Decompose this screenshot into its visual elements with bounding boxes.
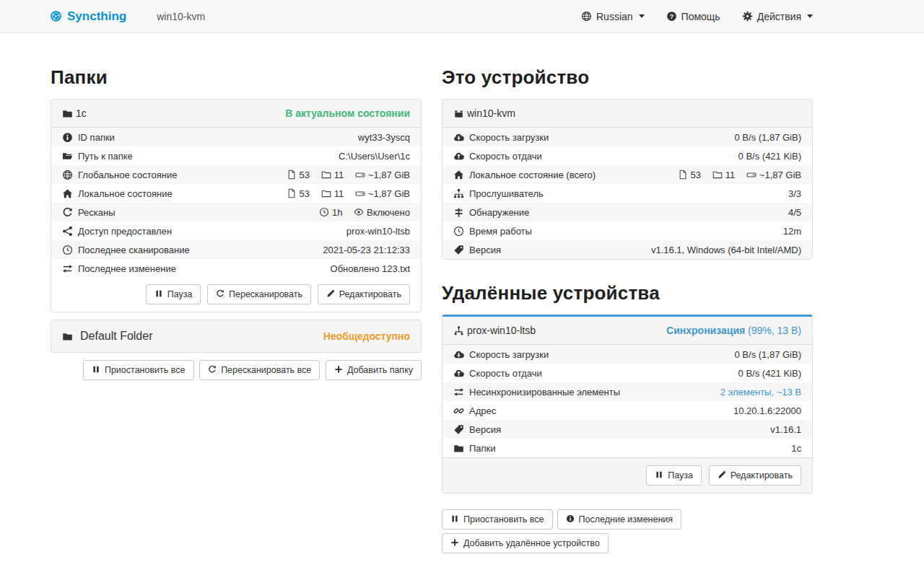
help-menu[interactable]: ? Помощь — [666, 11, 720, 22]
row-value: 53 11 ~1,87 GiB — [238, 184, 421, 203]
row-download-rate: Скорость загрузки 0 B/s (1,87 GiB) — [443, 345, 812, 364]
gear-icon — [742, 11, 753, 22]
folder-name: 1c — [76, 107, 87, 119]
row-value: v1.16.1 — [681, 420, 812, 439]
row-discovery: Обнаружение 4/5 — [443, 203, 812, 221]
row-value: prox-win10-ltsb — [238, 221, 421, 240]
row-label: Обнаружение — [469, 207, 529, 218]
hdd-icon — [746, 170, 757, 180]
row-label: Локальное состояние (всего) — [469, 170, 596, 180]
devices-footer-buttons: Приостановить все Последние изменения До… — [442, 509, 813, 553]
row-label: Скорость загрузки — [469, 132, 549, 143]
row-label: Глобальное состояние — [78, 170, 177, 180]
file-icon — [287, 188, 297, 198]
row-upload-rate: Скорость отдачи 0 B/s (421 KiB) — [443, 364, 812, 382]
row-label: ID папки — [78, 132, 115, 143]
row-value: 1c — [681, 439, 812, 457]
hdd-icon — [355, 188, 365, 198]
row-latest-change: Последнее изменение Обновлено 123.txt — [51, 259, 421, 278]
out-of-sync-link[interactable]: 2 элементы, ~13 B — [720, 387, 801, 398]
row-version: Версия v1.16.1, Windows (64-bit Intel/AM… — [443, 240, 812, 259]
remote-device-actions: Пауза Редактировать — [443, 457, 812, 493]
folders-heading: Папки — [51, 66, 422, 89]
refresh-icon — [208, 365, 217, 374]
row-address: Адрес 10.20.1.6:22000 — [443, 401, 812, 420]
pause-button[interactable]: Пауза — [146, 284, 201, 304]
row-uptime: Время работы 12m — [443, 221, 812, 240]
row-folders: Папки 1c — [443, 439, 812, 457]
row-label: Адрес — [469, 405, 496, 416]
row-label: Ресканы — [78, 207, 116, 218]
this-device-panel: win10-kvm Скорость загрузки 0 B/s (1,87 … — [442, 99, 813, 260]
folder-panel-default-header[interactable]: Default Folder Необщедоступно — [51, 320, 421, 352]
pause-icon — [655, 470, 663, 479]
folder-icon — [62, 331, 73, 342]
refresh-icon — [62, 207, 73, 218]
help-label: Помощь — [681, 11, 720, 22]
clock-icon — [319, 207, 329, 217]
tag-icon — [453, 245, 464, 255]
share-nodes-icon — [453, 325, 464, 336]
rescan-all-button[interactable]: Пересканировать все — [199, 360, 320, 380]
hdd-icon — [355, 170, 365, 180]
remote-device-status: Синхронизация (99%, 13 B) — [666, 325, 801, 336]
remote-device-header[interactable]: prox-win10-ltsb Синхронизация (99%, 13 B… — [443, 317, 812, 345]
edit-button[interactable]: Редактировать — [318, 284, 410, 304]
folder-panel-1c-header[interactable]: 1c В актуальном состоянии — [51, 100, 421, 128]
row-version: Версия v1.16.1 — [443, 420, 812, 439]
row-label: Несинхронизированные элементы — [469, 387, 620, 398]
folder-status: В актуальном состоянии — [285, 107, 410, 119]
row-value: 4/5 — [623, 203, 812, 221]
home-icon — [453, 170, 464, 180]
this-device-table: Скорость загрузки 0 B/s (1,87 GiB) Скоро… — [443, 128, 812, 259]
add-remote-device-button[interactable]: Добавить удалённое устройство — [442, 533, 609, 553]
folder-icon — [453, 443, 464, 454]
row-local-state: Локальное состояние 53 11 ~1,87 GiB — [51, 184, 421, 203]
row-label: Доступ предоставлен — [78, 226, 172, 237]
svg-text:?: ? — [669, 13, 673, 20]
remote-device-panel: prox-win10-ltsb Синхронизация (99%, 13 B… — [442, 315, 813, 493]
chevron-down-icon — [639, 14, 645, 18]
question-circle-icon: ? — [666, 11, 677, 22]
discovery-icon — [453, 207, 464, 218]
this-device-header[interactable]: win10-kvm — [443, 100, 812, 128]
sitemap-icon — [453, 188, 464, 199]
row-last-scan: Последнее сканирование 2021-05-23 21:12:… — [51, 240, 421, 259]
row-label: Последнее сканирование — [78, 245, 190, 255]
pause-all-devices-button[interactable]: Приостановить все — [442, 509, 553, 530]
add-folder-button[interactable]: Добавить папку — [326, 360, 422, 380]
language-menu[interactable]: Russian — [581, 11, 645, 22]
plus-icon — [334, 365, 343, 374]
folder-panel-default: Default Folder Необщедоступно — [51, 320, 422, 353]
file-icon — [287, 170, 297, 180]
actions-label: Действия — [757, 11, 801, 22]
row-value: C:\Users\User\1c — [238, 146, 421, 165]
folder-name: Default Folder — [80, 330, 153, 343]
pause-device-button[interactable]: Пауза — [646, 465, 702, 486]
folder-actions: Пауза Пересканировать Редактировать — [51, 278, 421, 312]
rescan-button[interactable]: Пересканировать — [207, 284, 311, 304]
remote-device-name: prox-win10-ltsb — [467, 325, 536, 336]
row-value: Обновлено 123.txt — [238, 259, 421, 278]
home-icon — [62, 188, 73, 199]
row-label: Скорость отдачи — [469, 151, 542, 162]
row-label: Прослушиватель — [469, 188, 544, 199]
row-label: Локальное состояние — [78, 188, 173, 199]
folder-open-icon — [62, 151, 73, 162]
syncthing-logo-icon — [51, 11, 61, 22]
tag-icon — [453, 424, 464, 435]
edit-device-button[interactable]: Редактировать — [709, 465, 801, 486]
row-value: 10.20.1.6:22000 — [681, 401, 812, 420]
actions-menu[interactable]: Действия — [742, 11, 813, 22]
pencil-icon — [326, 289, 335, 298]
clock-icon — [62, 245, 73, 255]
device-icon — [453, 108, 464, 119]
globe-icon — [581, 11, 592, 22]
info-circle-icon — [62, 132, 73, 143]
row-label: Версия — [469, 424, 501, 435]
recent-changes-button[interactable]: Последние изменения — [557, 509, 682, 530]
row-label: Скорость отдачи — [469, 368, 542, 379]
remote-device-table: Скорость загрузки 0 B/s (1,87 GiB) Скоро… — [443, 345, 812, 457]
plus-icon — [450, 538, 459, 547]
pause-all-folders-button[interactable]: Приостановить все — [83, 360, 194, 380]
